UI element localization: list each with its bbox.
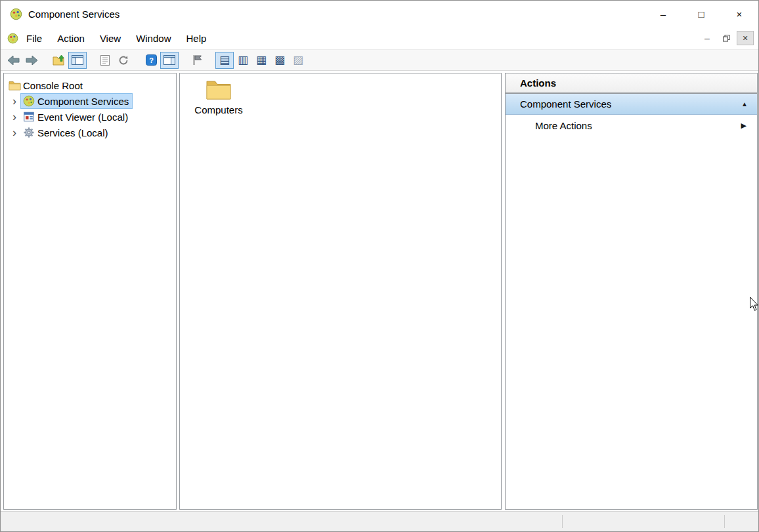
toolbar: ? ▤ ▥ ▦ ▩ (1, 50, 758, 71)
show-hide-action-pane-button[interactable] (160, 52, 179, 69)
chevron-right-icon[interactable]: › (8, 127, 21, 138)
actions-section-component-services[interactable]: Component Services ▲ (506, 94, 757, 115)
chevron-right-icon[interactable]: › (8, 111, 21, 123)
selected-highlight: Component Services (21, 94, 132, 108)
forward-arrow-icon (26, 55, 38, 66)
tree-item-label: Event Viewer (Local) (37, 112, 128, 123)
customize-view-button[interactable]: ▨ (289, 52, 307, 69)
tree-item-services[interactable]: › Services (Local) (4, 125, 176, 140)
more-actions-item[interactable]: More Actions ▶ (506, 115, 757, 136)
component-services-window: Component Services – □ × File Action Vie… (0, 0, 759, 532)
menu-action[interactable]: Action (50, 30, 92, 47)
console-tree-pane: Console Root › Component Services › (3, 73, 177, 510)
computers-folder-item[interactable]: Computers (189, 79, 248, 115)
console-tree-icon (72, 55, 83, 65)
event-viewer-icon (22, 110, 35, 123)
properties-sheet-icon (100, 55, 110, 66)
details-view-button[interactable]: ▩ (271, 52, 289, 69)
chevron-right-icon[interactable]: › (8, 95, 21, 107)
details-view-icon: ▩ (274, 54, 285, 66)
svg-text:?: ? (149, 56, 154, 64)
results-pane: Computers (179, 73, 502, 510)
window-title: Component Services (28, 9, 119, 20)
menu-help[interactable]: Help (179, 30, 213, 47)
component-services-app-icon (10, 8, 22, 20)
section-title: Component Services (520, 98, 611, 110)
status-bar (1, 511, 758, 531)
minimize-button[interactable]: – (644, 1, 682, 27)
help-button[interactable]: ? (142, 52, 160, 69)
large-folder-icon (206, 79, 232, 100)
up-one-level-button[interactable] (50, 52, 68, 69)
child-window-controls: – × (699, 31, 754, 45)
flag-icon (192, 54, 202, 66)
component-services-icon (22, 94, 35, 108)
show-hide-console-tree-button[interactable] (68, 52, 87, 69)
menu-bar: File Action View Window Help – × (1, 27, 758, 50)
up-folder-icon (53, 54, 66, 66)
back-arrow-icon (7, 55, 20, 66)
actions-title: Actions (520, 77, 556, 89)
status-separator (724, 515, 725, 528)
tree-item-component-services[interactable]: › Component Services (4, 93, 176, 109)
services-gear-icon (22, 126, 35, 139)
tree-item-label: Services (Local) (37, 127, 108, 138)
more-actions-label: More Actions (535, 120, 592, 131)
forward-button[interactable] (22, 52, 41, 69)
actions-pane-header: Actions (506, 73, 757, 94)
child-restore-button[interactable] (718, 31, 735, 45)
close-button[interactable]: × (720, 1, 758, 27)
tree-item-label: Console Root (23, 80, 83, 91)
title-bar: Component Services – □ × (1, 1, 758, 27)
export-list-button[interactable] (188, 52, 206, 69)
customize-view-icon: ▨ (293, 54, 303, 66)
window-controls: – □ × (644, 1, 758, 27)
small-icons-view-button[interactable]: ▥ (234, 52, 252, 69)
tree-item-label: Component Services (37, 96, 129, 107)
menu-view[interactable]: View (93, 30, 128, 47)
status-separator (562, 515, 563, 528)
list-view-button[interactable]: ▦ (252, 52, 271, 69)
console-child-icon (7, 33, 18, 44)
submenu-arrow-icon: ▶ (741, 121, 747, 130)
help-icon: ? (146, 54, 157, 66)
large-icons-view-icon: ▤ (219, 54, 230, 66)
refresh-button[interactable] (114, 52, 133, 69)
collapse-section-icon[interactable]: ▲ (741, 100, 748, 108)
small-icons-view-icon: ▥ (238, 54, 248, 66)
large-icons-view-button[interactable]: ▤ (215, 52, 234, 69)
tree-item-console-root[interactable]: Console Root (4, 77, 176, 93)
child-close-button[interactable]: × (737, 31, 754, 45)
menu-window[interactable]: Window (129, 30, 178, 47)
list-view-icon: ▦ (256, 54, 267, 66)
tree-item-event-viewer[interactable]: › Event Viewer (Local) (4, 109, 176, 125)
menu-file[interactable]: File (19, 30, 49, 47)
child-minimize-button[interactable]: – (699, 31, 716, 45)
folder-icon (8, 79, 21, 92)
action-pane-icon (163, 55, 175, 65)
properties-button[interactable] (96, 52, 114, 69)
item-label: Computers (194, 104, 242, 115)
refresh-icon (118, 55, 129, 66)
back-button[interactable] (4, 52, 22, 69)
maximize-button[interactable]: □ (682, 1, 720, 27)
restore-icon (723, 35, 730, 42)
actions-pane: Actions Component Services ▲ More Action… (505, 73, 758, 510)
